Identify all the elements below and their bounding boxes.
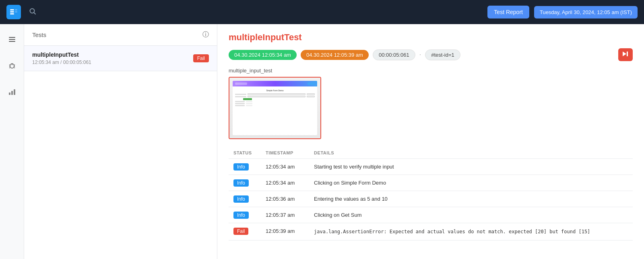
- col-header-timestamp: TIMESTAMP: [261, 147, 309, 159]
- skip-button[interactable]: [618, 48, 633, 61]
- logo: [6, 5, 21, 19]
- duration-badge: 00:00:05:061: [373, 49, 415, 60]
- tests-panel: Tests ⓘ multipleInputTest 12:05:34 am / …: [24, 24, 217, 259]
- log-status-4: Fail: [229, 223, 261, 240]
- svg-line-13: [14, 65, 15, 65]
- svg-rect-0: [10, 9, 14, 10]
- test-report-button[interactable]: Test Report: [487, 6, 529, 18]
- log-status-1: Info: [229, 175, 261, 191]
- navbar-right: Test Report Tuesday, April 30, 2024, 12:…: [487, 6, 638, 18]
- log-status-3: Info: [229, 207, 261, 223]
- navbar: Test Report Tuesday, April 30, 2024, 12:…: [0, 0, 644, 24]
- datetime-badge: Tuesday, April 30, 2024, 12:05 am (IST): [534, 6, 638, 18]
- mock-screenshot: Simple Form Demo: [233, 81, 317, 135]
- mock-result-row-1: [235, 101, 315, 102]
- test-item-name: multipleInputTest: [32, 51, 91, 58]
- mock-form-row-1: [235, 93, 315, 95]
- mock-result-row-3: [235, 105, 315, 106]
- log-details-0: Starting test to verify multiple input: [309, 159, 633, 175]
- sidebar-item-list[interactable]: [5, 32, 19, 49]
- start-time-badge: 04.30.2024 12:05:34 am: [229, 50, 297, 60]
- log-details-3: Clicking on Get Sum: [309, 207, 633, 223]
- svg-rect-3: [15, 9, 17, 10]
- log-details-4: java.lang.AssertionError: Expected and a…: [309, 223, 633, 240]
- log-status-badge-0: Info: [233, 163, 249, 171]
- sidebar-icons: [0, 24, 24, 259]
- log-row-2: Info12:05:36 amEntering the values as 5 …: [229, 191, 633, 207]
- svg-rect-19: [11, 91, 13, 95]
- mock-form-row-2: [235, 96, 315, 97]
- search-button[interactable]: [29, 8, 36, 17]
- svg-rect-9: [9, 41, 15, 42]
- main-layout: Tests ⓘ multipleInputTest 12:05:34 am / …: [0, 24, 644, 259]
- log-row-3: Info12:05:37 amClicking on Get Sum: [229, 207, 633, 223]
- info-icon: ⓘ: [202, 31, 209, 39]
- log-status-2: Info: [229, 191, 261, 207]
- log-details-2: Entering the values as 5 and 10: [309, 191, 633, 207]
- log-row-0: Info12:05:34 amStarting test to verify m…: [229, 159, 633, 175]
- tests-header: Tests ⓘ: [24, 24, 217, 46]
- log-row-1: Info12:05:34 amClicking on Simple Form D…: [229, 175, 633, 191]
- svg-rect-4: [15, 11, 17, 12]
- mock-form-title: Simple Form Demo: [235, 89, 315, 92]
- mock-top-bar: [233, 81, 317, 86]
- mock-content: Simple Form Demo: [233, 86, 317, 109]
- test-status-badge: Fail: [193, 54, 209, 62]
- log-status-0: Info: [229, 159, 261, 175]
- test-item-info: multipleInputTest 12:05:34 am / 00:00:05…: [32, 51, 91, 65]
- log-timestamp-3: 12:05:37 am: [261, 207, 309, 223]
- svg-line-12: [9, 65, 10, 65]
- svg-rect-7: [9, 37, 15, 38]
- tests-header-title: Tests: [32, 31, 46, 38]
- svg-rect-1: [10, 11, 14, 12]
- end-time-badge: 04.30.2024 12:05:39 am: [301, 50, 369, 60]
- log-status-badge-4: Fail: [233, 228, 248, 235]
- svg-rect-18: [9, 92, 10, 95]
- log-status-badge-1: Info: [233, 179, 249, 187]
- detail-panel: multipleInputTest 04.30.2024 12:05:34 am…: [217, 24, 644, 259]
- svg-line-17: [14, 68, 15, 68]
- navbar-left: [6, 5, 36, 19]
- mock-get-sum-btn: [243, 98, 252, 100]
- log-status-badge-3: Info: [233, 212, 249, 219]
- sidebar-item-charts[interactable]: [5, 84, 19, 101]
- log-timestamp-4: 12:05:39 am: [261, 223, 309, 240]
- log-status-badge-2: Info: [233, 195, 249, 203]
- svg-marker-21: [623, 51, 626, 56]
- svg-rect-8: [9, 39, 15, 40]
- sidebar-item-bugs[interactable]: [5, 58, 19, 75]
- log-row-4: Fail12:05:39 amjava.lang.AssertionError:…: [229, 223, 633, 240]
- screenshot-label: multiple_input_test: [229, 68, 633, 74]
- test-id-badge: #test-id=1: [425, 49, 460, 60]
- log-timestamp-0: 12:05:34 am: [261, 159, 309, 175]
- svg-rect-2: [10, 13, 14, 14]
- svg-rect-22: [627, 51, 628, 56]
- log-timestamp-1: 12:05:34 am: [261, 175, 309, 191]
- svg-line-16: [9, 68, 10, 68]
- screenshot-inner: Simple Form Demo: [229, 78, 320, 138]
- log-timestamp-2: 12:05:36 am: [261, 191, 309, 207]
- log-table: STATUS TIMESTAMP DETAILS Info12:05:34 am…: [229, 147, 633, 240]
- svg-line-6: [34, 12, 35, 14]
- mock-result-row-2: [235, 103, 315, 104]
- test-item-time: 12:05:34 am / 00:00:05:061: [32, 60, 91, 65]
- log-details-1: Clicking on Simple Form Demo: [309, 175, 633, 191]
- dot-separator: ·: [419, 51, 421, 58]
- svg-rect-20: [14, 89, 15, 95]
- screenshot-wrapper[interactable]: Simple Form Demo: [229, 77, 321, 139]
- detail-title: multipleInputTest: [229, 32, 633, 43]
- col-header-status: STATUS: [229, 147, 261, 159]
- test-list-item[interactable]: multipleInputTest 12:05:34 am / 00:00:05…: [24, 46, 217, 71]
- detail-meta: 04.30.2024 12:05:34 am 04.30.2024 12:05:…: [229, 48, 633, 61]
- col-header-details: DETAILS: [309, 147, 633, 159]
